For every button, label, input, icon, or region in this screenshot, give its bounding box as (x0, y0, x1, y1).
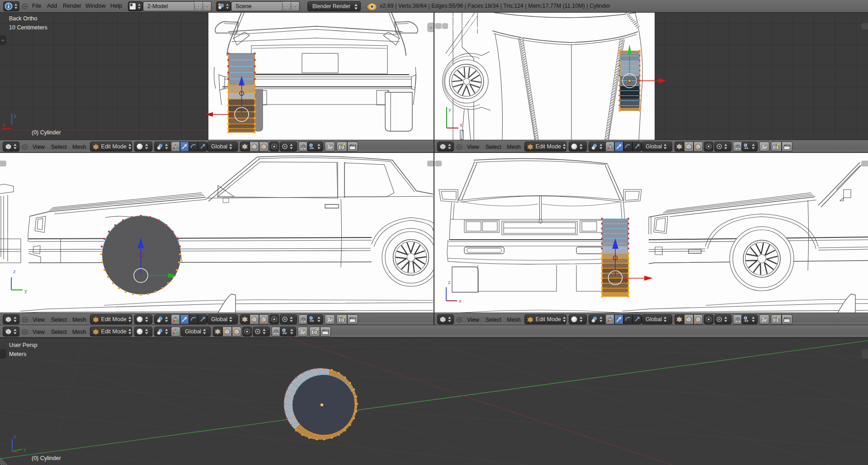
svg-text:y: y (24, 288, 27, 294)
svg-text:x: x (460, 122, 462, 128)
svg-text:z: z (14, 434, 16, 439)
svg-text:y: y (448, 107, 451, 112)
svg-text:x: x (459, 298, 462, 304)
svg-text:+: + (429, 25, 432, 30)
svg-text:z: z (448, 280, 451, 285)
svg-text:z: z (14, 113, 17, 119)
svg-text:z: z (13, 269, 16, 274)
svg-text:x: x (3, 123, 5, 128)
svg-text:+: + (1, 38, 4, 43)
svg-text:y: y (24, 447, 26, 452)
